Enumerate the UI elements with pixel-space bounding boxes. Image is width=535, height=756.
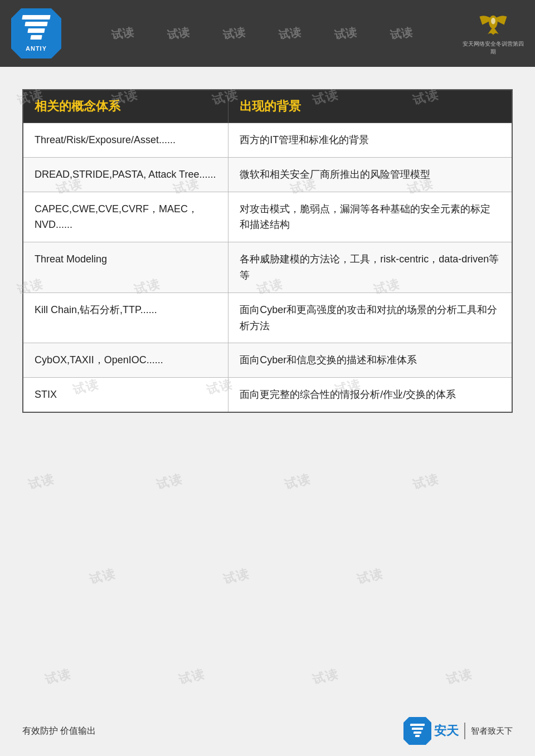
main-table: 相关的概念体系 出现的背景 Threat/Risk/Exposure/Asset… (22, 89, 513, 413)
footer-logo-stripe-1 (410, 724, 425, 726)
table-row: DREAD,STRIDE,PASTA, Attack Tree......微软和… (23, 157, 512, 192)
table-row: CybOX,TAXII，OpenIOC......面向Cyber和信息交换的描述… (23, 343, 512, 378)
logo-stripe-3 (27, 28, 45, 33)
table-cell-left: CybOX,TAXII，OpenIOC...... (23, 343, 228, 378)
watermark: 试读 (444, 665, 474, 688)
watermark: 试读 (283, 470, 313, 493)
header-wm-5: 试读 (333, 25, 357, 42)
watermark: 试读 (177, 665, 207, 688)
eagle-icon (474, 11, 513, 38)
table-row: Threat Modeling各种威胁建模的方法论，工具，risk-centri… (23, 242, 512, 293)
watermark: 试读 (411, 470, 441, 493)
footer-logo-stripe-2 (412, 728, 424, 730)
table-cell-left: CAPEC,CWE,CVE,CVRF，MAEC，NVD...... (23, 192, 228, 242)
table-cell-right: 面向Cyber和信息交换的描述和标准体系 (228, 343, 512, 378)
header-right-text: 安天网络安全冬训营第四期 (463, 40, 524, 56)
table-cell-right: 面向Cyber和更高强度的攻击和对抗的场景的分析工具和分析方法 (228, 292, 512, 343)
main-content: 相关的概念体系 出现的背景 Threat/Risk/Exposure/Asset… (0, 67, 535, 430)
table-cell-left: Threat/Risk/Exposure/Asset...... (23, 123, 228, 158)
footer-right: 安天 智者致天下 (403, 717, 513, 745)
footer-logo-stripes (409, 724, 426, 738)
table-cell-left: STIX (23, 378, 228, 412)
antiy-logo: ANTIY (11, 8, 61, 58)
table-row: Kill Chain,钻石分析,TTP......面向Cyber和更高强度的攻击… (23, 292, 512, 343)
footer-logo-icon (403, 717, 431, 745)
table-row: STIX面向更完整的综合性的情报分析/作业/交换的体系 (23, 378, 512, 412)
header-wm-1: 试读 (110, 25, 134, 42)
watermark: 试读 (26, 470, 56, 493)
table-cell-right: 微软和相关安全厂商所推出的风险管理模型 (228, 157, 512, 192)
footer-logo-stripe-4 (415, 735, 420, 737)
watermark: 试读 (355, 565, 385, 588)
logo-stripe-4 (30, 35, 42, 40)
watermark: 试读 (87, 565, 118, 588)
watermark: 试读 (43, 665, 73, 688)
table-cell-left: Kill Chain,钻石分析,TTP...... (23, 292, 228, 343)
header-wm-6: 试读 (389, 25, 413, 42)
footer: 有效防护 价值输出 安天 智者致天下 (22, 717, 513, 745)
logo-stripe-2 (25, 22, 47, 26)
footer-brand: 安天 (434, 723, 459, 739)
table-cell-right: 西方的IT管理和标准化的背景 (228, 123, 512, 158)
logo-stripe-1 (22, 15, 50, 19)
logo-stripes (20, 15, 53, 43)
footer-divider (464, 723, 465, 739)
watermark: 试读 (221, 565, 251, 588)
header-wm-4: 试读 (278, 25, 301, 42)
svg-point-1 (491, 18, 495, 25)
header-right-logo: 安天网络安全冬训营第四期 (463, 11, 524, 56)
watermark: 试读 (310, 665, 341, 688)
header-wm-3: 试读 (222, 25, 246, 42)
table-cell-right: 对攻击模式，脆弱点，漏洞等各种基础的安全元素的标定和描述结构 (228, 192, 512, 242)
watermark: 试读 (154, 470, 184, 493)
col2-header: 出现的背景 (228, 90, 512, 123)
table-cell-left: Threat Modeling (23, 242, 228, 293)
table-row: Threat/Risk/Exposure/Asset......西方的IT管理和… (23, 123, 512, 158)
table-cell-left: DREAD,STRIDE,PASTA, Attack Tree...... (23, 157, 228, 192)
header-wm-2: 试读 (166, 25, 190, 42)
footer-tag: 智者致天下 (471, 726, 513, 737)
table-row: CAPEC,CWE,CVE,CVRF，MAEC，NVD......对攻击模式，脆… (23, 192, 512, 242)
header: ANTIY 试读 试读 试读 试读 试读 试读 安天网络安全冬训营第四期 (0, 0, 535, 67)
logo-label: ANTIY (26, 45, 47, 52)
header-watermarks: 试读 试读 试读 试读 试读 试读 (61, 26, 463, 41)
table-cell-right: 各种威胁建模的方法论，工具，risk-centric，data-driven等等 (228, 242, 512, 293)
footer-left-text: 有效防护 价值输出 (22, 725, 96, 737)
footer-logo-stripe-3 (414, 731, 422, 734)
col1-header: 相关的概念体系 (23, 90, 228, 123)
table-cell-right: 面向更完整的综合性的情报分析/作业/交换的体系 (228, 378, 512, 412)
